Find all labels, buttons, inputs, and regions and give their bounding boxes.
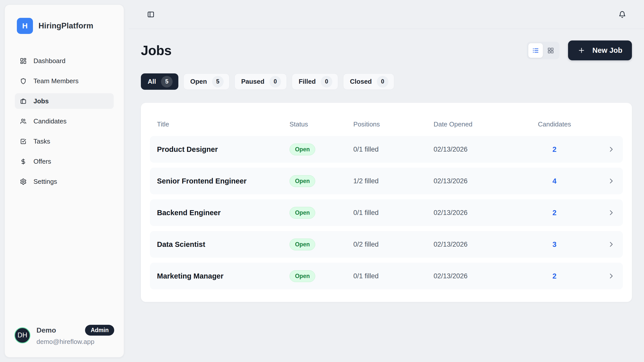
filter-count-badge: 5 (161, 76, 173, 87)
job-candidates-count[interactable]: 2 (534, 272, 575, 280)
filter-label: Paused (241, 78, 265, 85)
row-chevron[interactable] (575, 241, 616, 248)
sidebar-item-team-members[interactable]: Team Members (15, 73, 114, 89)
page-title: Jobs (141, 43, 172, 58)
job-candidates-count[interactable]: 2 (534, 209, 575, 217)
job-status-cell: Open (290, 175, 353, 187)
notifications-button[interactable] (616, 9, 628, 20)
content: Jobs New Job All 5 Open 5 (129, 29, 644, 362)
column-header-candidates: Candidates (534, 120, 575, 128)
chevron-right-icon (607, 272, 615, 280)
job-title: Data Scientist (157, 240, 290, 249)
filter-all[interactable]: All 5 (141, 73, 178, 90)
sidebar-nav: Dashboard Team Members Jobs Candidates T… (5, 53, 124, 189)
job-title: Product Designer (157, 145, 290, 154)
job-date-opened: 02/13/2026 (433, 146, 534, 153)
filter-count-badge: 0 (321, 76, 332, 87)
dollar-icon (20, 158, 27, 165)
sidebar-toggle-button[interactable] (145, 9, 156, 20)
bell-icon (618, 11, 626, 18)
status-badge: Open (290, 239, 315, 250)
view-toggle (527, 42, 559, 59)
dashboard-icon (20, 58, 27, 64)
table-row[interactable]: Data Scientist Open 0/2 filled 02/13/202… (150, 231, 623, 258)
job-positions: 0/2 filled (353, 241, 434, 248)
row-chevron[interactable] (575, 209, 616, 216)
brand: H HiringPlatform (5, 5, 124, 34)
chevron-right-icon (607, 177, 615, 185)
job-candidates-count[interactable]: 2 (534, 145, 575, 154)
brand-name: HiringPlatform (38, 21, 93, 30)
row-chevron[interactable] (575, 177, 616, 185)
sidebar-item-tasks[interactable]: Tasks (15, 133, 114, 149)
table-row[interactable]: Senior Frontend Engineer Open 1/2 filled… (150, 168, 623, 194)
grid-icon (547, 47, 554, 54)
job-status-cell: Open (290, 239, 353, 250)
row-chevron[interactable] (575, 272, 616, 280)
filter-closed[interactable]: Closed 0 (343, 73, 394, 90)
sidebar-item-settings[interactable]: Settings (15, 174, 114, 189)
main-area: Jobs New Job All 5 Open 5 (129, 0, 644, 362)
job-title: Backend Engineer (157, 209, 290, 217)
jobs-table-card: TitleStatusPositionsDate OpenedCandidate… (141, 103, 632, 302)
column-header-positions: Positions (353, 120, 434, 128)
list-view-button[interactable] (528, 43, 543, 58)
status-badge: Open (290, 207, 315, 219)
table-header-row: TitleStatusPositionsDate OpenedCandidate… (150, 112, 623, 136)
filter-paused[interactable]: Paused 0 (234, 73, 287, 90)
column-header-title: Title (157, 120, 290, 128)
role-badge: Admin (85, 325, 114, 336)
job-date-opened: 02/13/2026 (433, 241, 534, 248)
row-chevron[interactable] (575, 146, 616, 153)
filter-count-badge: 5 (212, 76, 224, 87)
briefcase-icon (20, 98, 27, 105)
user-email: demo@hireflow.app (36, 338, 114, 346)
job-date-opened: 02/13/2026 (433, 177, 534, 185)
shield-icon (20, 78, 27, 84)
column-header-status: Status (290, 120, 353, 128)
filter-filled[interactable]: Filled 0 (292, 73, 338, 90)
filter-label: Filled (299, 78, 316, 85)
table-body: Product Designer Open 0/1 filled 02/13/2… (150, 136, 623, 289)
avatar: DH (14, 327, 30, 343)
users-icon (20, 118, 27, 125)
table-row[interactable]: Product Designer Open 0/1 filled 02/13/2… (150, 136, 623, 163)
plus-icon (578, 47, 585, 54)
brand-logo-icon: H (17, 18, 33, 34)
chevron-right-icon (607, 241, 615, 248)
check-square-icon (20, 138, 27, 145)
job-positions: 0/1 filled (353, 209, 434, 217)
job-positions: 1/2 filled (353, 177, 434, 185)
job-candidates-count[interactable]: 4 (534, 177, 575, 185)
new-job-button[interactable]: New Job (568, 40, 632, 60)
job-status-cell: Open (290, 270, 353, 282)
filter-open[interactable]: Open 5 (183, 73, 229, 90)
new-job-label: New Job (592, 46, 622, 55)
job-positions: 0/1 filled (353, 146, 434, 153)
table-row[interactable]: Marketing Manager Open 0/1 filled 02/13/… (150, 263, 623, 289)
job-candidates-count[interactable]: 3 (534, 240, 575, 249)
chevron-right-icon (607, 146, 615, 153)
list-icon (532, 47, 539, 54)
table-row[interactable]: Backend Engineer Open 0/1 filled 02/13/2… (150, 199, 623, 226)
user-name: Demo (36, 326, 56, 334)
user-info: Demo Admin demo@hireflow.app (36, 325, 114, 346)
filter-count-badge: 0 (377, 76, 388, 87)
sidebar-item-jobs[interactable]: Jobs (15, 93, 114, 109)
user-section[interactable]: DH Demo Admin demo@hireflow.app (5, 325, 124, 357)
topbar (129, 0, 644, 29)
grid-view-button[interactable] (543, 43, 558, 58)
sidebar-item-candidates[interactable]: Candidates (15, 113, 114, 129)
status-filters: All 5 Open 5 Paused 0 Filled 0 Closed 0 (141, 73, 632, 90)
status-badge: Open (290, 175, 315, 187)
filter-label: Open (190, 78, 207, 85)
panel-left-icon (147, 11, 155, 18)
sidebar-item-dashboard[interactable]: Dashboard (15, 53, 114, 69)
filter-label: All (148, 78, 156, 85)
status-badge: Open (290, 144, 315, 155)
job-title: Senior Frontend Engineer (157, 177, 290, 185)
chevron-right-icon (607, 209, 615, 216)
gear-icon (20, 178, 27, 185)
sidebar-item-offers[interactable]: Offers (15, 154, 114, 169)
job-title: Marketing Manager (157, 272, 290, 280)
